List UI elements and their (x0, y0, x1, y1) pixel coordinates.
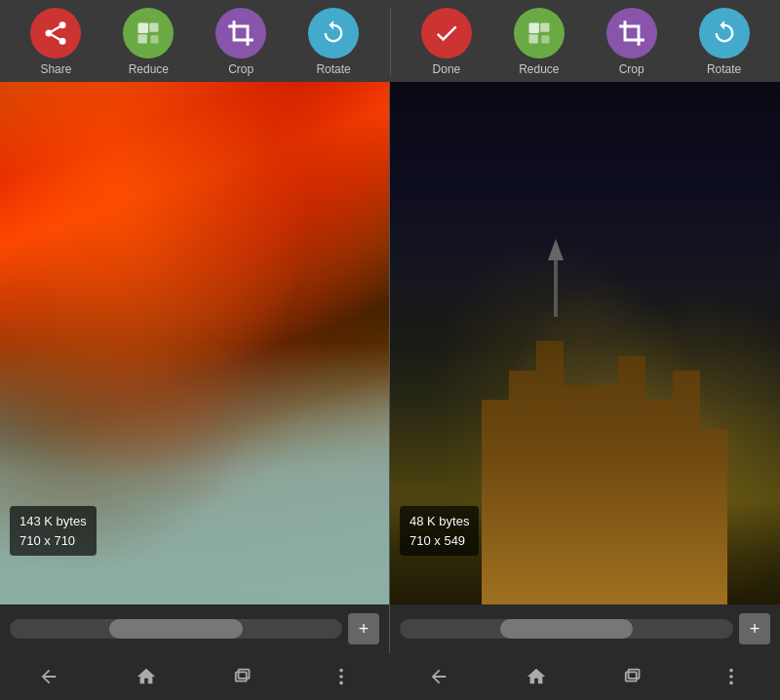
svg-line-4 (52, 27, 59, 32)
left-scroll-track[interactable] (10, 619, 342, 639)
crop-icon-left[interactable] (215, 8, 266, 58)
svg-line-3 (52, 35, 59, 40)
reduce-tool-right[interactable]: Reduce (514, 8, 565, 76)
bottom-nav (0, 653, 780, 700)
left-toolbar: Share Reduce Crop (0, 8, 390, 76)
right-footer: + (390, 604, 780, 653)
svg-rect-12 (541, 35, 549, 43)
svg-point-21 (729, 675, 733, 679)
reduce-icon-right[interactable] (514, 8, 565, 58)
svg-point-1 (46, 30, 53, 37)
crop-label-left: Crop (228, 62, 254, 76)
right-scroll-thumb (500, 619, 634, 639)
left-image-container[interactable]: 143 K bytes 710 x 710 (0, 82, 389, 604)
crop-icon-right[interactable] (606, 8, 657, 58)
back-button-right[interactable] (423, 661, 454, 692)
home-button-left[interactable] (131, 661, 162, 692)
rotate-label-right: Rotate (707, 62, 741, 76)
rotate-label-left: Rotate (316, 62, 350, 76)
svg-rect-14 (239, 670, 250, 679)
svg-point-22 (729, 681, 733, 685)
svg-rect-11 (528, 34, 537, 43)
done-tool[interactable]: Done (421, 8, 472, 76)
svg-point-15 (339, 669, 343, 673)
reduce-label-left: Reduce (129, 62, 169, 76)
svg-point-2 (59, 38, 66, 45)
svg-rect-7 (138, 34, 147, 43)
reduce-icon-left[interactable] (123, 8, 174, 58)
right-nav (390, 653, 780, 700)
svg-rect-18 (626, 672, 637, 681)
left-file-size: 143 K bytes (20, 512, 87, 531)
svg-rect-19 (629, 670, 640, 679)
svg-rect-13 (236, 672, 247, 681)
svg-rect-10 (540, 23, 549, 32)
share-tool[interactable]: Share (30, 8, 81, 76)
crop-tool-right[interactable]: Crop (606, 8, 657, 76)
reduce-label-right: Reduce (519, 62, 559, 76)
done-icon[interactable] (421, 8, 472, 58)
rotate-tool-right[interactable]: Rotate (699, 8, 750, 76)
right-file-size: 48 K bytes (410, 512, 469, 531)
right-panel: 48 K bytes 710 x 549 + (390, 82, 780, 653)
left-nav (0, 653, 390, 700)
left-scroll-thumb (109, 619, 242, 639)
right-image-info: 48 K bytes 710 x 549 (400, 506, 479, 556)
right-dimensions: 710 x 549 (410, 531, 469, 551)
rotate-tool-left[interactable]: Rotate (308, 8, 359, 76)
svg-rect-8 (151, 35, 159, 43)
right-toolbar: Done Reduce Crop (391, 8, 781, 76)
recent-button-right[interactable] (618, 661, 649, 692)
rotate-icon-right[interactable] (699, 8, 750, 58)
back-button-left[interactable] (33, 661, 64, 692)
svg-point-20 (729, 669, 733, 673)
share-icon[interactable] (30, 8, 81, 58)
rotate-icon-left[interactable] (308, 8, 359, 58)
right-add-button[interactable]: + (739, 613, 770, 644)
svg-rect-5 (138, 23, 149, 34)
left-add-button[interactable]: + (348, 613, 379, 644)
main-panels: 143 K bytes 710 x 710 + 48 K bytes 710 x… (0, 82, 780, 653)
right-scroll-track[interactable] (400, 619, 733, 639)
reduce-tool-left[interactable]: Reduce (123, 8, 174, 76)
left-panel: 143 K bytes 710 x 710 + (0, 82, 390, 653)
left-image-info: 143 K bytes 710 x 710 (10, 506, 97, 556)
crop-tool-left[interactable]: Crop (215, 8, 266, 76)
left-footer: + (0, 604, 389, 653)
menu-button-right[interactable] (716, 661, 747, 692)
svg-point-0 (59, 21, 66, 28)
svg-point-16 (339, 675, 343, 679)
crop-label-right: Crop (619, 62, 644, 76)
home-button-right[interactable] (521, 661, 552, 692)
right-image-container[interactable]: 48 K bytes 710 x 549 (390, 82, 780, 604)
left-dimensions: 710 x 710 (20, 531, 87, 551)
svg-rect-9 (528, 23, 539, 34)
recent-button-left[interactable] (228, 661, 259, 692)
toolbar: Share Reduce Crop (0, 0, 780, 82)
menu-button-left[interactable] (326, 661, 357, 692)
svg-point-17 (339, 681, 343, 685)
done-label: Done (433, 62, 461, 76)
svg-rect-6 (149, 23, 158, 32)
castle-spire (554, 258, 558, 317)
share-label: Share (40, 62, 71, 76)
